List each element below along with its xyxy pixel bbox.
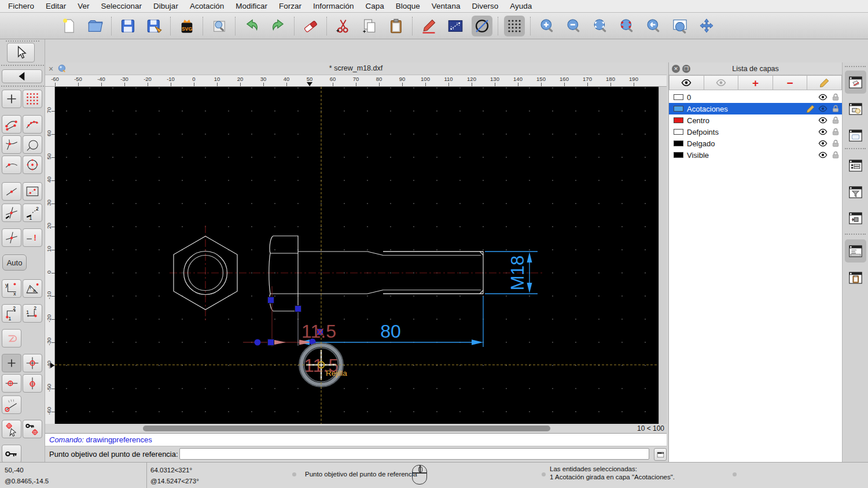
angle-meter-button[interactable]: [2, 395, 21, 414]
layer-list-dock-button[interactable]: [845, 71, 866, 94]
save-as-button[interactable]: [144, 16, 165, 36]
circle-construction-button[interactable]: [472, 16, 492, 36]
menu-editar[interactable]: Editar: [40, 0, 72, 13]
layer-edit-pencil-icon[interactable]: [806, 104, 815, 113]
snap-distance-button[interactable]: [2, 156, 21, 174]
zoom-auto-button[interactable]: [590, 16, 610, 36]
snap-endpoint-button[interactable]: [2, 115, 21, 134]
selection-filter-dock-button[interactable]: [845, 180, 866, 204]
restrict-vertical-button[interactable]: [23, 374, 42, 393]
menu-ver[interactable]: Ver: [72, 0, 95, 13]
snap-intersection-auto-button[interactable]: [2, 204, 21, 222]
layer-lock-icon[interactable]: [831, 93, 840, 102]
snap-nothing-button[interactable]: !: [23, 228, 42, 247]
snap-intersection-manual-button[interactable]: 12: [23, 204, 42, 222]
open-file-button[interactable]: [85, 16, 106, 36]
lock-relative-zero-button[interactable]: [2, 445, 21, 463]
menu-ventana[interactable]: Ventana: [426, 0, 466, 13]
snap-middle-button[interactable]: [2, 182, 21, 201]
menu-acotacion[interactable]: Acotación: [184, 0, 230, 13]
restrict-free-button[interactable]: [2, 354, 21, 372]
layer-visibility-eye-icon[interactable]: [818, 127, 827, 136]
menu-informacion[interactable]: Información: [307, 0, 360, 13]
layer-visibility-eye-icon[interactable]: [818, 104, 827, 113]
zoom-pan-button[interactable]: [696, 16, 717, 36]
dim-80-text[interactable]: 80: [380, 321, 401, 342]
remove-layer-button[interactable]: −: [773, 75, 808, 90]
vertical-scrollbar[interactable]: [659, 87, 667, 424]
coord-polar-button[interactable]: ra: [23, 279, 42, 298]
menu-bloque[interactable]: Bloque: [390, 0, 426, 13]
delete-entities-button[interactable]: [300, 16, 321, 36]
layer-row-centro[interactable]: Centro: [669, 114, 842, 126]
command-input[interactable]: [179, 448, 649, 460]
snap-on-entity-button[interactable]: [23, 115, 42, 134]
zoom-selection-button[interactable]: [616, 16, 637, 36]
restrict-cross-button[interactable]: [2, 228, 21, 247]
pen-attributes-button[interactable]: [418, 16, 439, 36]
save-file-button[interactable]: [117, 16, 138, 36]
snap-dimension-button[interactable]: [23, 182, 42, 201]
snap-tangent-button[interactable]: [23, 135, 42, 154]
horizontal-scrollbar[interactable]: 10 < 100: [45, 424, 667, 433]
snap-center-button[interactable]: [23, 156, 42, 174]
horizontal-scrollbar-thumb[interactable]: [143, 426, 550, 431]
zoom-window-button[interactable]: [670, 16, 690, 36]
layer-lock-icon[interactable]: [831, 127, 840, 136]
layer-lock-icon[interactable]: [831, 116, 840, 125]
layer-row-visible[interactable]: Visible: [669, 149, 842, 161]
drawing-canvas[interactable]: M18 80 11.5 11.5: [55, 87, 659, 424]
menu-seleccionar[interactable]: Seleccionar: [95, 0, 148, 13]
layer-visibility-eye-icon[interactable]: [818, 93, 827, 102]
select-cursor-button[interactable]: [7, 43, 35, 62]
layer-visibility-eye-icon[interactable]: [818, 139, 827, 148]
menu-forzar[interactable]: Forzar: [273, 0, 307, 13]
block-list-dock-button[interactable]: [845, 97, 866, 120]
angle-line-button[interactable]: [445, 16, 466, 36]
coord-cartesian-button[interactable]: yx: [2, 279, 21, 298]
paste-button[interactable]: [386, 16, 407, 36]
menu-modificar[interactable]: Modificar: [230, 0, 273, 13]
restrict-both-button[interactable]: [23, 354, 42, 372]
snap-free-button[interactable]: [2, 90, 21, 108]
command-dock-button[interactable]: [845, 239, 866, 263]
back-button[interactable]: [2, 69, 42, 83]
dim-m18-text[interactable]: M18: [507, 256, 528, 290]
command-detach-button[interactable]: [654, 448, 667, 461]
add-layer-button[interactable]: +: [738, 75, 773, 90]
cut-button[interactable]: [333, 16, 354, 36]
menu-diverso[interactable]: Diverso: [466, 0, 504, 13]
new-file-button[interactable]: [58, 16, 79, 36]
menu-capa[interactable]: Capa: [360, 0, 390, 13]
layer-row-defpoints[interactable]: Defpoints: [669, 126, 842, 138]
layer-visibility-eye-icon[interactable]: [818, 150, 827, 160]
set-relative-zero-button[interactable]: [2, 420, 21, 438]
layer-lock-icon[interactable]: [831, 104, 840, 113]
restrict-horizontal-button[interactable]: [2, 374, 21, 393]
layer-lock-icon[interactable]: [831, 150, 840, 160]
print-preview-button[interactable]: [209, 16, 230, 36]
rel-point-a-button[interactable]: 12: [2, 304, 21, 323]
menu-ayuda[interactable]: Ayuda: [504, 0, 538, 13]
snap-grid-button[interactable]: [23, 90, 42, 108]
layer-row-delgado[interactable]: Delgado: [669, 138, 842, 149]
export-svg-button[interactable]: SVG: [176, 16, 197, 36]
zoom-in-button[interactable]: [536, 16, 557, 36]
hide-all-layers-button[interactable]: [704, 75, 739, 90]
auto-mode-button[interactable]: Auto: [2, 254, 27, 271]
show-all-layers-button[interactable]: [669, 75, 704, 90]
redo-button[interactable]: [268, 16, 289, 36]
copy-button[interactable]: [359, 16, 380, 36]
library-browser-dock-button[interactable]: [845, 124, 866, 147]
exclusive-snap-button[interactable]: [2, 329, 21, 347]
grid-toggle-button[interactable]: [504, 16, 525, 36]
dimension-dock-button[interactable]: [845, 206, 866, 230]
entity-list-dock-button[interactable]: [845, 154, 866, 177]
clipboard-dock-button[interactable]: [845, 266, 866, 289]
zoom-out-button[interactable]: [563, 16, 584, 36]
zoom-previous-button[interactable]: [643, 16, 664, 36]
layer-row-acotaciones[interactable]: Acotaciones: [669, 103, 842, 114]
undo-button[interactable]: [241, 16, 262, 36]
layer-lock-icon[interactable]: [831, 139, 840, 148]
layer-row-0[interactable]: 0: [669, 91, 842, 103]
